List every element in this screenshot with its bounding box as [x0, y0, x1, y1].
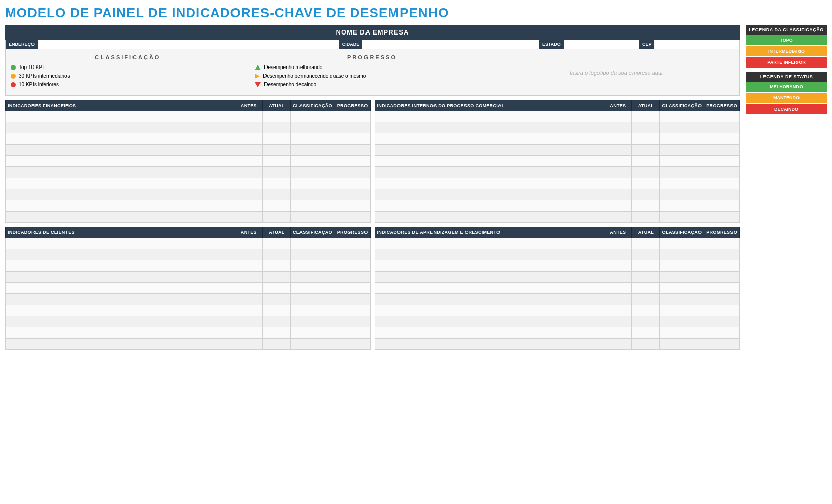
table-cell[interactable]: [6, 305, 235, 316]
table-cell[interactable]: [632, 167, 660, 178]
table-cell[interactable]: [375, 294, 604, 305]
table-cell[interactable]: [6, 272, 235, 283]
table-cell[interactable]: [290, 178, 335, 189]
table-cell[interactable]: [660, 339, 704, 350]
table-cell[interactable]: [660, 272, 704, 283]
table-cell[interactable]: [704, 145, 740, 156]
table-cell[interactable]: [262, 283, 290, 294]
table-cell[interactable]: [290, 122, 335, 133]
table-cell[interactable]: [375, 305, 604, 316]
table-cell[interactable]: [290, 283, 335, 294]
table-cell[interactable]: [660, 327, 704, 339]
table-cell[interactable]: [262, 189, 290, 200]
table-cell[interactable]: [604, 122, 632, 133]
table-cell[interactable]: [375, 339, 604, 350]
city-input[interactable]: [362, 42, 539, 46]
table-cell[interactable]: [262, 249, 290, 260]
table-cell[interactable]: [632, 133, 660, 145]
table-cell[interactable]: [704, 294, 740, 305]
table-cell[interactable]: [290, 339, 335, 350]
table-cell[interactable]: [632, 178, 660, 189]
table-cell[interactable]: [335, 294, 370, 305]
table-cell[interactable]: [604, 249, 632, 260]
table-cell[interactable]: [632, 316, 660, 327]
table-cell[interactable]: [375, 178, 604, 189]
table-cell[interactable]: [335, 133, 370, 145]
table-cell[interactable]: [704, 200, 740, 212]
table-cell[interactable]: [604, 167, 632, 178]
table-cell[interactable]: [6, 178, 235, 189]
table-cell[interactable]: [375, 145, 604, 156]
table-cell[interactable]: [704, 249, 740, 260]
table-cell[interactable]: [660, 145, 704, 156]
table-cell[interactable]: [375, 316, 604, 327]
table-cell[interactable]: [6, 156, 235, 167]
table-cell[interactable]: [632, 189, 660, 200]
table-cell[interactable]: [6, 111, 235, 122]
table-cell[interactable]: [290, 111, 335, 122]
table-cell[interactable]: [262, 212, 290, 223]
table-cell[interactable]: [704, 111, 740, 122]
table-cell[interactable]: [335, 339, 370, 350]
table-cell[interactable]: [632, 212, 660, 223]
table-cell[interactable]: [262, 122, 290, 133]
table-cell[interactable]: [6, 339, 235, 350]
table-cell[interactable]: [262, 145, 290, 156]
table-cell[interactable]: [335, 283, 370, 294]
table-cell[interactable]: [604, 212, 632, 223]
table-cell[interactable]: [262, 339, 290, 350]
table-cell[interactable]: [375, 212, 604, 223]
table-cell[interactable]: [235, 212, 262, 223]
table-cell[interactable]: [290, 294, 335, 305]
table-cell[interactable]: [290, 133, 335, 145]
table-cell[interactable]: [290, 189, 335, 200]
table-cell[interactable]: [375, 327, 604, 339]
table-cell[interactable]: [6, 327, 235, 339]
table-cell[interactable]: [335, 178, 370, 189]
table-cell[interactable]: [604, 200, 632, 212]
table-cell[interactable]: [262, 316, 290, 327]
table-cell[interactable]: [632, 145, 660, 156]
table-cell[interactable]: [235, 339, 262, 350]
table-cell[interactable]: [335, 145, 370, 156]
table-cell[interactable]: [660, 238, 704, 249]
table-cell[interactable]: [604, 189, 632, 200]
table-cell[interactable]: [335, 249, 370, 260]
table-cell[interactable]: [375, 260, 604, 272]
address-input[interactable]: [38, 42, 339, 46]
table-cell[interactable]: [235, 305, 262, 316]
table-cell[interactable]: [262, 200, 290, 212]
table-cell[interactable]: [290, 249, 335, 260]
table-cell[interactable]: [604, 339, 632, 350]
table-cell[interactable]: [704, 133, 740, 145]
table-cell[interactable]: [290, 145, 335, 156]
table-cell[interactable]: [704, 178, 740, 189]
table-cell[interactable]: [290, 305, 335, 316]
table-cell[interactable]: [660, 167, 704, 178]
table-cell[interactable]: [604, 294, 632, 305]
table-cell[interactable]: [6, 316, 235, 327]
table-cell[interactable]: [235, 260, 262, 272]
table-cell[interactable]: [262, 167, 290, 178]
table-cell[interactable]: [235, 167, 262, 178]
table-cell[interactable]: [632, 111, 660, 122]
table-cell[interactable]: [335, 167, 370, 178]
table-cell[interactable]: [375, 272, 604, 283]
table-cell[interactable]: [375, 167, 604, 178]
table-cell[interactable]: [235, 133, 262, 145]
table-cell[interactable]: [335, 212, 370, 223]
table-cell[interactable]: [660, 294, 704, 305]
table-cell[interactable]: [235, 327, 262, 339]
table-cell[interactable]: [632, 327, 660, 339]
table-cell[interactable]: [290, 316, 335, 327]
table-cell[interactable]: [235, 145, 262, 156]
table-cell[interactable]: [632, 260, 660, 272]
table-cell[interactable]: [262, 238, 290, 249]
table-cell[interactable]: [235, 238, 262, 249]
table-cell[interactable]: [660, 200, 704, 212]
table-cell[interactable]: [375, 238, 604, 249]
table-cell[interactable]: [604, 133, 632, 145]
table-cell[interactable]: [375, 111, 604, 122]
table-cell[interactable]: [290, 327, 335, 339]
table-cell[interactable]: [335, 122, 370, 133]
